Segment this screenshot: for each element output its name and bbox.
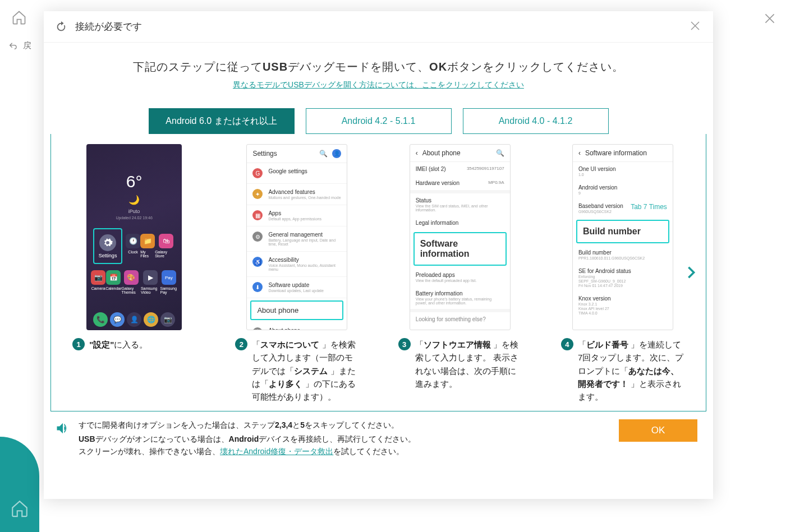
tab-android-6[interactable]: Android 6.0 またはそれ以上	[149, 108, 295, 134]
step-number-2: 2	[235, 338, 247, 350]
step-4-caption: 「ビルド番号 」を連続して7回タップします。次に、プロンプトに「あなたは今、開発…	[578, 338, 684, 403]
phone-mock-4: ‹Software information One UI version1.0 …	[572, 144, 673, 330]
phone-mock-2: Settings🔍👤 GGoogle settings ✦Advanced fe…	[246, 144, 347, 330]
speaker-icon	[55, 420, 71, 436]
back-icon: ‹	[578, 149, 581, 157]
step-2-caption: 「スマホについて 」を検索して入力します（一部のモデルでは「システム 」または「…	[252, 338, 359, 403]
step-4: ‹Software information One UI version1.0 …	[548, 144, 698, 403]
phone-mock-1: 6° 🌙 iPuto Updated 24.02 19:46 Settings …	[86, 144, 182, 330]
build-number-highlight: Build number	[576, 220, 669, 243]
refresh-icon	[55, 21, 67, 33]
step-3-caption: 「ソフトウエア情報 」を検索して入力します。 表示されない場合は、次の手順に進み…	[415, 338, 522, 390]
footer-line-2: スクリーンが壊れ、操作できない場合、壊れたAndroid修復・データ救出を試して…	[44, 446, 713, 457]
step-3: ‹About phone🔍 IMEI (slot 2)3542590911971…	[385, 144, 535, 403]
chevron-right-icon	[683, 261, 699, 284]
ok-button[interactable]: OK	[619, 419, 697, 442]
close-icon	[688, 19, 702, 33]
search-icon: 🔍	[496, 149, 504, 157]
weather-icon: 🌙	[86, 195, 182, 205]
usb-debug-help-link[interactable]: 異なるモデルでUSBデバッグを開く方法については、ここをクリックしてください	[233, 80, 524, 90]
connection-modal: 接続が必要です 下記のステップに従ってUSBデバッグモードを開いて、OKボタンを…	[44, 11, 713, 499]
step-number-4: 4	[561, 338, 573, 350]
modal-title: 接続が必要です	[75, 20, 142, 33]
step-number-3: 3	[398, 338, 411, 350]
home-corner[interactable]	[0, 437, 39, 532]
headline: 下記のステップに従ってUSBデバッグモードを開いて、OKボタンをクリックしてくだ…	[55, 59, 702, 75]
phone-mock-3: ‹About phone🔍 IMEI (slot 2)3542590911971…	[410, 144, 511, 330]
step-1-caption: "設定"に入る。	[89, 338, 148, 351]
tab-android-4-0[interactable]: Android 4.0 - 4.1.2	[463, 108, 609, 134]
step-number-1: 1	[72, 338, 85, 350]
home-icon	[11, 10, 27, 25]
account-icon: 👤	[332, 149, 341, 158]
back-icon: ‹	[416, 149, 418, 157]
about-phone-highlight: About phone	[250, 300, 343, 320]
step-2: Settings🔍👤 GGoogle settings ✦Advanced fe…	[222, 144, 372, 403]
search-icon: 🔍	[319, 150, 328, 158]
bg-close-icon[interactable]	[762, 11, 777, 28]
footer-text: すでに開発者向けオプションを入った場合は、ステップ2,3,4と5をスキップしてく…	[79, 418, 611, 446]
tab-android-4-2[interactable]: Android 4.2 - 5.1.1	[306, 108, 452, 134]
broken-android-link[interactable]: 壊れたAndroid修復・データ救出	[220, 447, 333, 456]
next-arrow[interactable]	[683, 261, 699, 286]
back-text: 戻	[23, 40, 31, 51]
close-button[interactable]	[688, 19, 702, 35]
tab-7-times-label: Tab 7 Times	[631, 203, 667, 211]
step-1: 6° 🌙 iPuto Updated 24.02 19:46 Settings …	[59, 144, 209, 403]
software-info-highlight: Software information	[413, 232, 507, 266]
home-icon	[10, 499, 29, 518]
back-arrow-icon[interactable]	[8, 41, 17, 50]
temp: 6°	[86, 172, 182, 191]
